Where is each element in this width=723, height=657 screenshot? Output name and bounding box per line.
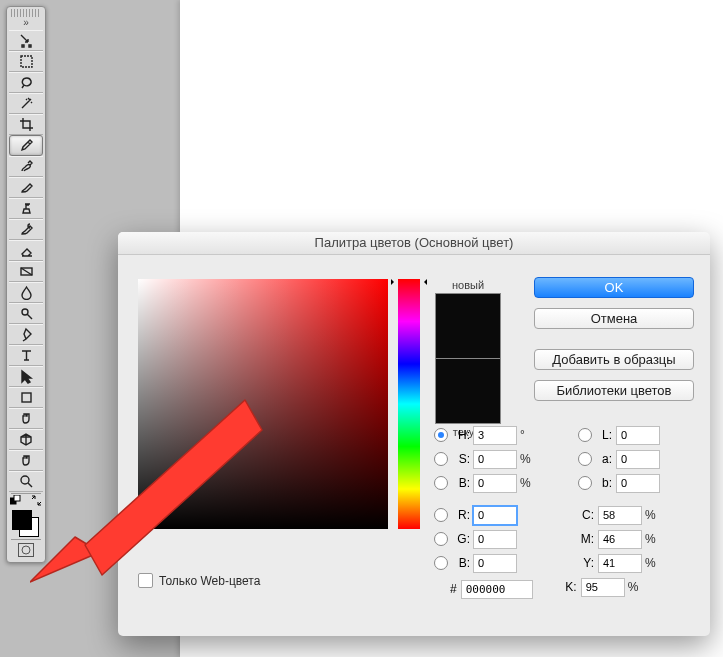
add-to-swatches-button[interactable]: Добавить в образцы bbox=[534, 349, 694, 370]
input-g[interactable] bbox=[473, 530, 517, 549]
label-g: G: bbox=[452, 532, 470, 546]
magic-wand-tool[interactable] bbox=[9, 93, 43, 114]
input-a[interactable] bbox=[616, 450, 660, 469]
unit-y: % bbox=[645, 556, 663, 570]
move-tool[interactable] bbox=[9, 30, 43, 51]
default-colors-icon[interactable] bbox=[10, 495, 21, 509]
label-l: L: bbox=[596, 428, 612, 442]
radio-b-lab[interactable] bbox=[578, 476, 592, 490]
label-s: S: bbox=[452, 452, 470, 466]
clone-stamp-tool[interactable] bbox=[9, 198, 43, 219]
label-b-rgb: B: bbox=[452, 556, 470, 570]
input-k[interactable] bbox=[581, 578, 625, 597]
dialog-title[interactable]: Палитра цветов (Основной цвет) bbox=[118, 232, 710, 255]
input-b-hsb[interactable] bbox=[473, 474, 517, 493]
radio-r[interactable] bbox=[434, 508, 448, 522]
hand-alt-tool[interactable] bbox=[9, 408, 43, 429]
label-c: C: bbox=[578, 508, 594, 522]
ok-button[interactable]: OK bbox=[534, 277, 694, 298]
hue-slider[interactable] bbox=[398, 279, 420, 529]
lasso-tool[interactable] bbox=[9, 72, 43, 93]
input-y[interactable] bbox=[598, 554, 642, 573]
unit-pct: % bbox=[520, 452, 538, 466]
svg-rect-0 bbox=[21, 56, 32, 67]
input-b-lab[interactable] bbox=[616, 474, 660, 493]
web-colors-checkbox[interactable] bbox=[138, 573, 153, 588]
cancel-button[interactable]: Отмена bbox=[534, 308, 694, 329]
input-c[interactable] bbox=[598, 506, 642, 525]
color-swatches bbox=[9, 509, 43, 537]
radio-h[interactable] bbox=[434, 428, 448, 442]
eraser-tool[interactable] bbox=[9, 240, 43, 261]
label-a: a: bbox=[596, 452, 612, 466]
input-r[interactable] bbox=[473, 506, 517, 525]
path-selection-tool[interactable] bbox=[9, 366, 43, 387]
label-b-hsb: B: bbox=[452, 476, 470, 490]
quick-mask-icon[interactable] bbox=[9, 541, 43, 559]
dodge-tool[interactable] bbox=[9, 303, 43, 324]
panel-grip[interactable] bbox=[11, 9, 41, 17]
hue-slider-thumb[interactable] bbox=[395, 279, 423, 285]
color-libraries-button[interactable]: Библиотеки цветов bbox=[534, 380, 694, 401]
tools-panel: » bbox=[6, 6, 46, 563]
unit-k: % bbox=[628, 580, 646, 594]
input-s[interactable] bbox=[473, 450, 517, 469]
shape-tool[interactable] bbox=[9, 387, 43, 408]
swap-colors-icon[interactable] bbox=[31, 495, 42, 509]
unit-m: % bbox=[645, 532, 663, 546]
pen-tool[interactable] bbox=[9, 324, 43, 345]
zoom-tool[interactable] bbox=[9, 471, 43, 492]
input-b-rgb[interactable] bbox=[473, 554, 517, 573]
healing-brush-tool[interactable] bbox=[9, 156, 43, 177]
color-preview: новый текущ bbox=[434, 279, 502, 438]
history-brush-tool[interactable] bbox=[9, 219, 43, 240]
svg-rect-7 bbox=[19, 544, 34, 557]
input-hex[interactable] bbox=[461, 580, 533, 599]
radio-b-hsb[interactable] bbox=[434, 476, 448, 490]
hand-tool[interactable] bbox=[9, 450, 43, 471]
preview-new-swatch bbox=[435, 293, 501, 359]
collapse-chevrons-icon[interactable]: » bbox=[7, 18, 45, 30]
radio-s[interactable] bbox=[434, 452, 448, 466]
3d-tool[interactable] bbox=[9, 429, 43, 450]
radio-b-rgb[interactable] bbox=[434, 556, 448, 570]
eyedropper-tool[interactable] bbox=[9, 135, 43, 156]
web-colors-label: Только Web-цвета bbox=[159, 574, 260, 588]
brush-tool[interactable] bbox=[9, 177, 43, 198]
radio-g[interactable] bbox=[434, 532, 448, 546]
input-l[interactable] bbox=[616, 426, 660, 445]
gradient-tool[interactable] bbox=[9, 261, 43, 282]
foreground-color-swatch[interactable] bbox=[12, 510, 32, 530]
svg-rect-3 bbox=[22, 393, 31, 402]
radio-l[interactable] bbox=[578, 428, 592, 442]
label-m: M: bbox=[578, 532, 594, 546]
label-k: K: bbox=[561, 580, 577, 594]
marquee-tool[interactable] bbox=[9, 51, 43, 72]
label-r: R: bbox=[452, 508, 470, 522]
unit-deg: ° bbox=[520, 428, 538, 442]
input-m[interactable] bbox=[598, 530, 642, 549]
svg-point-8 bbox=[22, 546, 30, 554]
preview-new-label: новый bbox=[434, 279, 502, 291]
color-field[interactable] bbox=[138, 279, 388, 529]
label-b-lab: b: bbox=[596, 476, 612, 490]
label-h: H: bbox=[452, 428, 470, 442]
color-picker-dialog: Палитра цветов (Основной цвет) новый тек… bbox=[118, 232, 710, 636]
svg-point-4 bbox=[21, 476, 29, 484]
blur-tool[interactable] bbox=[9, 282, 43, 303]
crop-tool[interactable] bbox=[9, 114, 43, 135]
radio-a[interactable] bbox=[578, 452, 592, 466]
label-hex: # bbox=[450, 582, 457, 596]
input-h[interactable] bbox=[473, 426, 517, 445]
unit-pct2: % bbox=[520, 476, 538, 490]
preview-current-swatch[interactable] bbox=[435, 359, 501, 424]
svg-rect-6 bbox=[14, 495, 20, 501]
label-y: Y: bbox=[578, 556, 594, 570]
unit-c: % bbox=[645, 508, 663, 522]
type-tool[interactable] bbox=[9, 345, 43, 366]
